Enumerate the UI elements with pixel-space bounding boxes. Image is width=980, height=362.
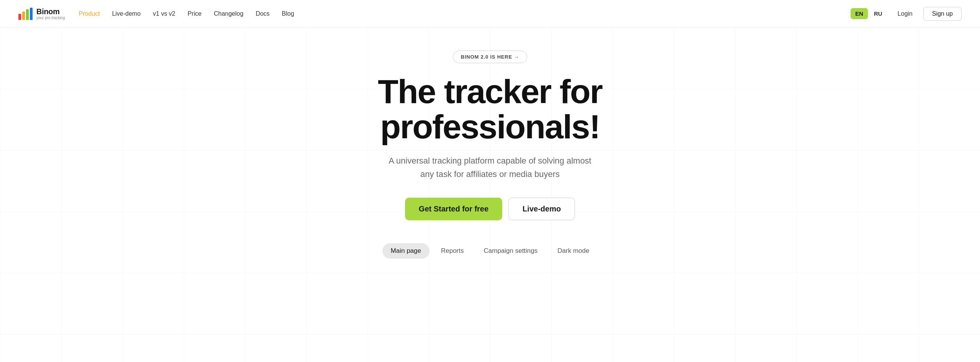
get-started-button[interactable]: Get Started for free [405, 198, 502, 220]
login-button[interactable]: Login [893, 8, 917, 20]
live-demo-button[interactable]: Live-demo [508, 198, 575, 220]
hero-content: BINOM 2.0 IS HERE → The tracker for prof… [260, 51, 720, 259]
nav-right: EN RU Login Sign up [851, 7, 962, 21]
nav-left: Binom your pro tracking Product Live-dem… [18, 7, 294, 20]
header: Binom your pro tracking Product Live-dem… [0, 0, 980, 28]
hero-subtitle: A universal tracking platform capable of… [389, 154, 591, 181]
tab-main-page[interactable]: Main page [382, 243, 430, 259]
nav-item-product[interactable]: Product [78, 10, 100, 17]
logo-text: Binom your pro tracking [36, 7, 65, 20]
bar-red [18, 14, 21, 20]
nav-item-v1-vs-v2[interactable]: v1 vs v2 [153, 10, 175, 17]
lang-ru-button[interactable]: RU [869, 8, 887, 19]
tab-reports[interactable]: Reports [433, 243, 472, 259]
nav-item-docs[interactable]: Docs [256, 10, 270, 17]
lang-en-button[interactable]: EN [851, 8, 868, 19]
bar-orange [22, 11, 25, 20]
nav-item-live-demo[interactable]: Live-demo [112, 10, 141, 17]
logo-name: Binom [36, 7, 65, 16]
tab-dark-mode[interactable]: Dark mode [549, 243, 598, 259]
hero-buttons: Get Started for free Live-demo [405, 198, 575, 220]
nav-item-changelog[interactable]: Changelog [214, 10, 243, 17]
bar-green [26, 9, 29, 20]
screenshot-tabs: Main page Reports Campaign settings Dark… [382, 243, 598, 259]
logo-tagline: your pro tracking [36, 16, 65, 20]
hero-section: BINOM 2.0 IS HERE → The tracker for prof… [0, 28, 980, 282]
signup-button[interactable]: Sign up [923, 7, 962, 21]
hero-subtitle-line1: A universal tracking platform capable of… [389, 156, 591, 165]
lang-group: EN RU [851, 8, 887, 19]
nav-item-price[interactable]: Price [188, 10, 201, 17]
logo-link[interactable]: Binom your pro tracking [18, 7, 65, 20]
logo-bars [18, 8, 33, 20]
announcement-badge[interactable]: BINOM 2.0 IS HERE → [453, 51, 527, 63]
hero-subtitle-line2: any task for affiliates or media buyers [420, 169, 560, 179]
badge-text: BINOM 2.0 IS HERE → [461, 54, 519, 60]
bar-blue [30, 8, 33, 20]
hero-title: The tracker for professionals! [270, 74, 710, 145]
nav-item-blog[interactable]: Blog [282, 10, 294, 17]
main-nav: Product Live-demo v1 vs v2 Price Changel… [78, 10, 294, 17]
tab-campaign-settings[interactable]: Campaign settings [475, 243, 546, 259]
